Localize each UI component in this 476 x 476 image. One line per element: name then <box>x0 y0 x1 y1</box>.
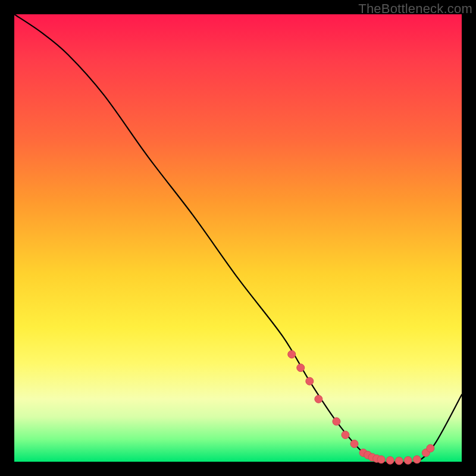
chart-frame: TheBottleneck.com <box>0 0 476 476</box>
marker-point <box>377 456 385 464</box>
bottleneck-curve <box>14 14 462 463</box>
watermark-text: TheBottleneck.com <box>358 1 472 17</box>
marker-point <box>333 418 340 425</box>
marker-point <box>315 395 322 403</box>
curve-markers <box>288 350 434 465</box>
curve-layer <box>14 14 462 462</box>
marker-point <box>288 350 296 358</box>
marker-point <box>404 456 412 464</box>
marker-point <box>306 377 314 385</box>
marker-point <box>297 364 305 372</box>
marker-point <box>350 440 358 447</box>
marker-point <box>427 444 434 452</box>
marker-point <box>413 456 421 464</box>
marker-point <box>342 431 349 439</box>
marker-point <box>395 457 403 465</box>
marker-point <box>386 456 394 464</box>
plot-area <box>14 14 462 462</box>
